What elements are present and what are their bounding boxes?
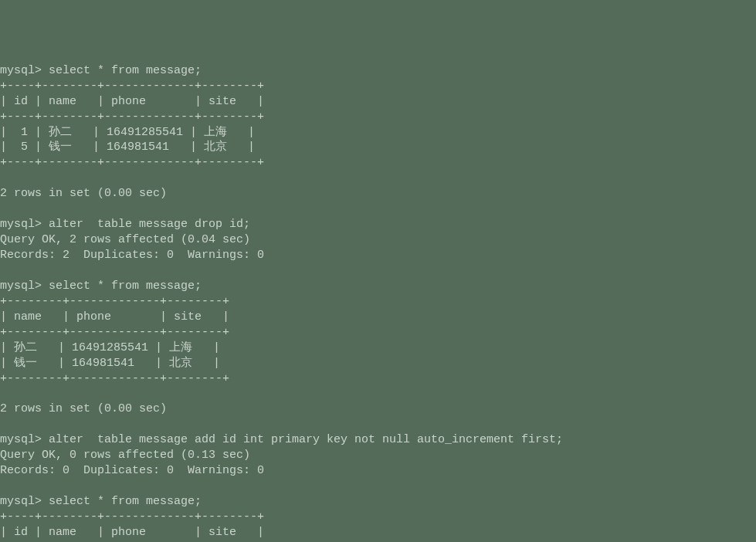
query-select-2: select * from message; — [49, 279, 202, 293]
table2-border-bot: +--------+-------------+--------+ — [0, 372, 229, 385]
table2-header: | name | phone | site | — [0, 310, 229, 324]
table3-border-top: +----+--------+-------------+--------+ — [0, 510, 264, 523]
table2-border-mid: +--------+-------------+--------+ — [0, 326, 229, 339]
prompt-2: mysql> — [0, 218, 49, 231]
mysql-terminal[interactable]: mysql> select * from message; +----+----… — [0, 63, 756, 542]
alter1-result-line2: Records: 2 Duplicates: 0 Warnings: 0 — [0, 249, 264, 262]
table2-row-2: | 钱一 | 164981541 | 北京 | — [0, 357, 220, 370]
table1-row-1: | 1 | 孙二 | 16491285541 | 上海 | — [0, 126, 255, 139]
alter1-result-line1: Query OK, 2 rows affected (0.04 sec) — [0, 233, 250, 246]
table1-border-top: +----+--------+-------------+--------+ — [0, 80, 264, 93]
prompt-5: mysql> — [0, 495, 49, 508]
result-1: 2 rows in set (0.00 sec) — [0, 187, 167, 200]
table2-row-1: | 孙二 | 16491285541 | 上海 | — [0, 341, 220, 354]
alter2-result-line1: Query OK, 0 rows affected (0.13 sec) — [0, 449, 250, 462]
query-select-3: select * from message; — [49, 495, 202, 508]
table1-border-bot: +----+--------+-------------+--------+ — [0, 156, 264, 169]
query-select-1: select * from message; — [49, 64, 202, 77]
table1-border-mid: +----+--------+-------------+--------+ — [0, 110, 264, 124]
table1-header: | id | name | phone | site | — [0, 95, 264, 108]
prompt-3: mysql> — [0, 279, 49, 293]
query-alter-drop: alter table message drop id; — [49, 218, 250, 231]
alter2-result-line2: Records: 0 Duplicates: 0 Warnings: 0 — [0, 464, 264, 477]
table1-row-2: | 5 | 钱一 | 164981541 | 北京 | — [0, 141, 255, 154]
result-2: 2 rows in set (0.00 sec) — [0, 402, 167, 415]
table3-header: | id | name | phone | site | — [0, 526, 264, 539]
query-alter-add: alter table message add id int primary k… — [49, 433, 563, 446]
prompt-4: mysql> — [0, 433, 49, 446]
prompt-1: mysql> — [0, 64, 49, 77]
table2-border-top: +--------+-------------+--------+ — [0, 295, 229, 308]
